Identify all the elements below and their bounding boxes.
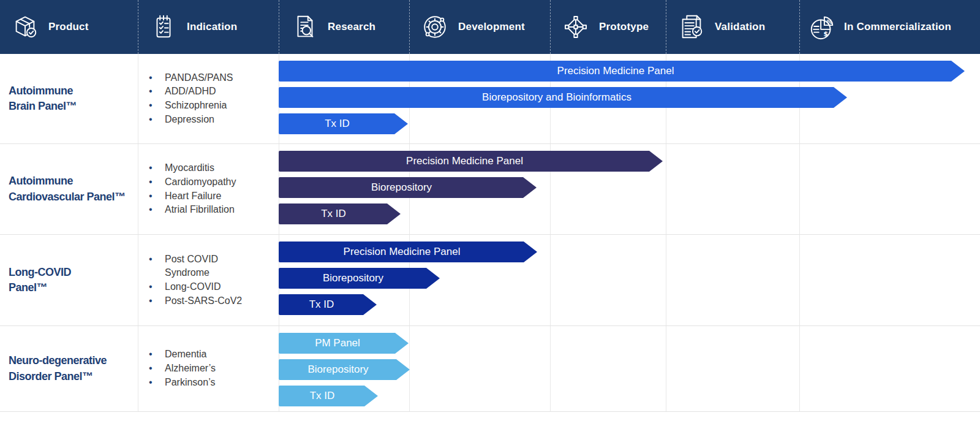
header-cell-validation: Validation — [666, 0, 799, 54]
indication-item: Alzheimer’s — [138, 362, 216, 376]
indication-item: Heart Failure — [138, 189, 236, 203]
header-label: Research — [328, 21, 375, 33]
indication-item: Parkinson’s — [138, 376, 216, 390]
pipeline-bar-biorepository: Biorepository — [279, 268, 440, 289]
bar-label: Biorepository — [371, 181, 432, 194]
bar-label: Biorepository — [323, 272, 383, 284]
product-row-neuro-degenerative: Neuro-degenerative Disorder Panel™ Demen… — [0, 326, 980, 412]
indication-item: Post-SARS-CoV2 — [138, 294, 242, 308]
bar-label: Precision Medicine Panel — [557, 65, 674, 77]
gear-icon — [421, 13, 449, 41]
header-cell-research: Research — [279, 0, 409, 54]
stage-bars-cell: Precision Medicine Panel Biorepository T… — [279, 235, 980, 325]
header-label: Validation — [715, 21, 765, 33]
indication-cell: Myocarditis Cardiomyopathy Heart Failure… — [138, 144, 279, 234]
header-cell-commercialization: % $ In Commercialization — [799, 0, 980, 54]
bar-label: Precision Medicine Panel — [406, 155, 523, 167]
pipeline-bar-precision-medicine-panel: Precision Medicine Panel — [279, 61, 965, 82]
pipeline-bar-precision-medicine-panel: Precision Medicine Panel — [279, 151, 663, 172]
product-name-cell: Long-COVID Panel™ — [0, 235, 138, 325]
indication-item: Schizophrenia — [138, 99, 233, 113]
pipeline-bar-tx-id: Tx ID — [279, 294, 377, 315]
pipeline-bar-tx-id: Tx ID — [279, 386, 378, 406]
header-cell-product: Product — [0, 0, 138, 54]
indication-item: Depression — [138, 113, 233, 127]
indication-list: Dementia Alzheimer’s Parkinson’s — [138, 348, 216, 389]
documents-check-icon — [677, 13, 706, 41]
stage-bars-cell: Precision Medicine Panel Biorepository a… — [279, 54, 980, 143]
product-name: Autoimmune Brain Panel™ — [9, 83, 77, 114]
pipeline-bar-biorepository: Biorepository — [279, 177, 537, 198]
pipeline-bar-biorepository: Biorepository — [279, 359, 410, 380]
header-label: Product — [48, 21, 89, 33]
indication-cell: PANDAS/PANS ADD/ADHD Schizophrenia Depre… — [138, 54, 279, 143]
diamond-network-icon — [562, 13, 590, 41]
indication-list: Myocarditis Cardiomyopathy Heart Failure… — [138, 161, 236, 217]
svg-text:$: $ — [823, 30, 827, 37]
product-name: Long-COVID Panel™ — [9, 265, 71, 295]
indication-cell: Post COVID Syndrome Long-COVID Post-SARS… — [138, 235, 279, 325]
indication-item: Post COVID Syndrome — [138, 253, 242, 280]
product-pipeline-chart: Product Indication — [0, 0, 980, 426]
indication-item: Myocarditis — [138, 161, 236, 175]
stage-bars-cell: PM Panel Biorepository Tx ID — [279, 326, 980, 411]
document-magnifier-icon — [290, 13, 318, 41]
product-name-cell: Autoimmune Brain Panel™ — [0, 54, 138, 143]
product-name-cell: Neuro-degenerative Disorder Panel™ — [0, 326, 138, 411]
pipeline-bar-tx-id: Tx ID — [279, 113, 408, 134]
product-row-autoimmune-cardiovascular: Autoimmune Cardiovascular Panel™ Myocard… — [0, 144, 980, 235]
product-row-long-covid: Long-COVID Panel™ Post COVID Syndrome Lo… — [0, 235, 980, 326]
indication-cell: Dementia Alzheimer’s Parkinson’s — [138, 326, 279, 411]
indication-item: ADD/ADHD — [138, 85, 233, 99]
header-label: Development — [458, 21, 525, 33]
header-row: Product Indication — [0, 0, 980, 54]
indication-item: Dementia — [138, 348, 216, 362]
stage-bars-cell: Precision Medicine Panel Biorepository T… — [279, 144, 980, 234]
indication-list: Post COVID Syndrome Long-COVID Post-SARS… — [138, 253, 242, 308]
header-cell-prototype: Prototype — [550, 0, 666, 54]
pipeline-bar-tx-id: Tx ID — [279, 203, 401, 224]
product-row-autoimmune-brain: Autoimmune Brain Panel™ PANDAS/PANS ADD/… — [0, 54, 980, 144]
indication-item: Atrial Fibrillation — [138, 203, 236, 217]
bar-label: Tx ID — [310, 390, 335, 402]
pipeline-bar-precision-medicine-panel: Precision Medicine Panel — [279, 242, 537, 262]
bar-label: Tx ID — [325, 118, 350, 130]
header-label: Indication — [187, 21, 237, 33]
indication-item: PANDAS/PANS — [138, 71, 233, 85]
header-label: Prototype — [599, 21, 649, 33]
bar-label: Tx ID — [321, 208, 346, 220]
indication-list: PANDAS/PANS ADD/ADHD Schizophrenia Depre… — [138, 71, 233, 127]
bar-label: Biorepository — [307, 363, 368, 376]
indication-item: Long-COVID — [138, 280, 242, 294]
product-box-icon — [11, 13, 39, 41]
bar-label: PM Panel — [315, 337, 360, 349]
clipboard-checklist-icon — [149, 13, 178, 41]
bar-label: Tx ID — [309, 299, 334, 311]
pie-percent-dollar-icon: % $ — [809, 13, 837, 41]
indication-item: Cardiomyopathy — [138, 175, 236, 189]
product-name-cell: Autoimmune Cardiovascular Panel™ — [0, 144, 138, 234]
header-cell-development: Development — [409, 0, 550, 54]
header-cell-indication: Indication — [138, 0, 279, 54]
product-name: Autoimmune Cardiovascular Panel™ — [9, 173, 126, 204]
svg-text:%: % — [827, 18, 833, 25]
bar-label: Precision Medicine Panel — [344, 246, 461, 258]
bar-label: Biorepository and Bioinformatics — [482, 91, 631, 104]
product-name: Neuro-degenerative Disorder Panel™ — [9, 353, 107, 384]
pipeline-bar-biorepository-bioinformatics: Biorepository and Bioinformatics — [279, 87, 847, 108]
header-label: In Commercialization — [844, 21, 951, 33]
pipeline-bar-pm-panel: PM Panel — [279, 333, 409, 354]
